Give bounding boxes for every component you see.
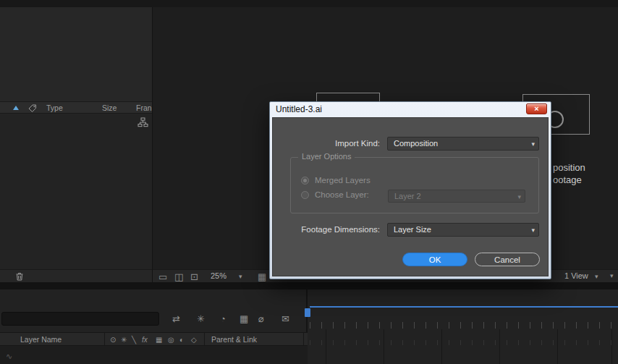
view-value: 1 View xyxy=(564,271,588,280)
close-button[interactable]: × xyxy=(526,103,547,114)
header-separator xyxy=(204,333,205,345)
motion-blur-icon[interactable]: ◔ xyxy=(220,313,226,325)
fx-icon[interactable]: fx xyxy=(142,334,148,346)
project-columns-header: Type Size Fran xyxy=(0,101,152,114)
collapse-transformations-icon[interactable]: ✳ xyxy=(121,334,127,346)
merged-layers-radio xyxy=(301,177,309,185)
timeline-grid-line xyxy=(499,329,500,364)
dialog-titlebar[interactable]: Untitled-3.ai × xyxy=(270,102,551,117)
work-area-bar[interactable] xyxy=(310,306,618,308)
project-panel-top xyxy=(0,7,152,101)
timeline-grid-line xyxy=(384,329,384,364)
chevron-down-icon: ▾ xyxy=(531,224,535,237)
obscured-footage-label: ootage xyxy=(553,174,582,185)
timeline-grid-line xyxy=(441,329,442,364)
choose-layer-value: Layer 2 xyxy=(394,192,421,200)
header-separator xyxy=(104,333,105,345)
chevron-down-icon: ▾ xyxy=(239,273,242,280)
time-ruler-minor xyxy=(310,340,618,345)
radio-dot xyxy=(303,179,307,182)
frame-blend-column-icon[interactable]: ▦ xyxy=(156,334,162,346)
time-ruler[interactable] xyxy=(310,322,618,329)
merged-layers-label: Merged Layers xyxy=(315,176,371,185)
import-kind-label: Import Kind: xyxy=(273,139,380,148)
chevron-down-icon: ▾ xyxy=(531,138,535,151)
transfer-controls-icon[interactable]: ⇄ xyxy=(172,313,180,325)
draft-3d-icon[interactable]: ⌀ xyxy=(258,313,264,325)
flowchart-icon xyxy=(137,117,148,127)
choose-layer-radio xyxy=(301,191,309,199)
footage-dimensions-dropdown[interactable]: Layer Size ▾ xyxy=(387,223,539,237)
frame-blend-icon[interactable]: ✳ xyxy=(197,313,205,325)
after-effects-window: Type Size Fran position ootage ▭ ◫ ⊡ xyxy=(0,0,618,364)
footage-dimensions-value: Layer Size xyxy=(394,225,431,234)
parent-link-header: Parent & Link xyxy=(211,335,257,344)
timeline-grid-line xyxy=(611,329,612,364)
layer-options-label: Layer Options xyxy=(298,152,355,161)
zoom-dropdown[interactable]: 25% ▾ xyxy=(211,271,242,282)
quality-icon[interactable]: ╲ xyxy=(132,334,136,346)
top-strip xyxy=(0,0,618,7)
layer-name-header: Layer Name xyxy=(20,335,62,344)
chevron-down-icon: ▾ xyxy=(595,273,598,280)
project-panel: Type Size Fran xyxy=(0,7,152,269)
timeline-panel: ⇄ ✳ ◔ ▦ ⌀ ✉ Layer Name ⊙ ✳ ╲ fx ▦ ◎ ◐ ◇ … xyxy=(0,289,618,364)
timeline-grid-line xyxy=(557,329,558,364)
view-layout-dropdown[interactable]: 1 View ▾ xyxy=(564,271,598,282)
column-frame[interactable]: Fran xyxy=(136,103,152,112)
cancel-button[interactable]: Cancel xyxy=(475,253,540,266)
footage-dimensions-label: Footage Dimensions: xyxy=(273,225,380,234)
layer-list-empty-area xyxy=(0,346,308,364)
column-type[interactable]: Type xyxy=(46,103,63,112)
sort-ascending-icon[interactable] xyxy=(13,106,19,110)
close-icon: × xyxy=(534,104,538,113)
panel-divider-vertical[interactable] xyxy=(152,7,153,282)
choose-layer-dropdown: Layer 2 ▾ xyxy=(388,190,525,203)
timeline-search-input[interactable] xyxy=(1,312,159,326)
panel-menu-chevron-icon[interactable]: ▾ xyxy=(610,272,614,279)
column-size[interactable]: Size xyxy=(102,103,117,112)
choose-layer-label: Choose Layer: xyxy=(315,190,369,199)
cube-3d-icon[interactable]: ◇ xyxy=(191,334,197,346)
label-tag-icon[interactable] xyxy=(27,103,37,113)
region-of-interest-icon[interactable]: ⊡ xyxy=(190,271,198,283)
chevron-down-icon: ▾ xyxy=(517,191,521,203)
timeline-grid-line xyxy=(326,329,326,364)
obscured-composition-label: position xyxy=(553,162,585,173)
header-separator xyxy=(303,333,304,345)
graph-editor-icon[interactable]: ▦ xyxy=(240,313,248,325)
dialog-body: Import Kind: Composition ▾ Layer Options… xyxy=(272,117,549,276)
trash-icon[interactable] xyxy=(15,272,24,281)
timeline-header-row: Layer Name ⊙ ✳ ╲ fx ▦ ◎ ◐ ◇ Parent & Lin… xyxy=(0,332,308,346)
panel-divider-horizontal[interactable] xyxy=(0,282,618,289)
import-options-dialog: Untitled-3.ai × Import Kind: Composition… xyxy=(269,101,551,279)
playhead-marker[interactable] xyxy=(305,308,310,317)
shy-icon[interactable]: ⊙ xyxy=(110,334,116,346)
zoom-value: 25% xyxy=(211,271,227,280)
squiggle-icon: ∿ xyxy=(6,352,12,361)
import-kind-value: Composition xyxy=(394,139,438,148)
comp-marker-icon[interactable]: ✉ xyxy=(282,313,289,325)
channels-icon[interactable]: ◫ xyxy=(174,271,183,283)
import-kind-dropdown[interactable]: Composition ▾ xyxy=(387,137,539,151)
dialog-title: Untitled-3.ai xyxy=(276,104,322,114)
layer-options-group: Layer Options Merged Layers Choose Layer… xyxy=(290,157,539,213)
snapshot-icon[interactable]: ▭ xyxy=(158,271,167,283)
adjustment-layer-icon[interactable]: ◐ xyxy=(179,334,184,346)
grid-guides-icon[interactable]: ▦ xyxy=(258,271,266,283)
ok-button[interactable]: OK xyxy=(402,253,467,266)
motion-blur-column-icon[interactable]: ◎ xyxy=(168,334,174,346)
